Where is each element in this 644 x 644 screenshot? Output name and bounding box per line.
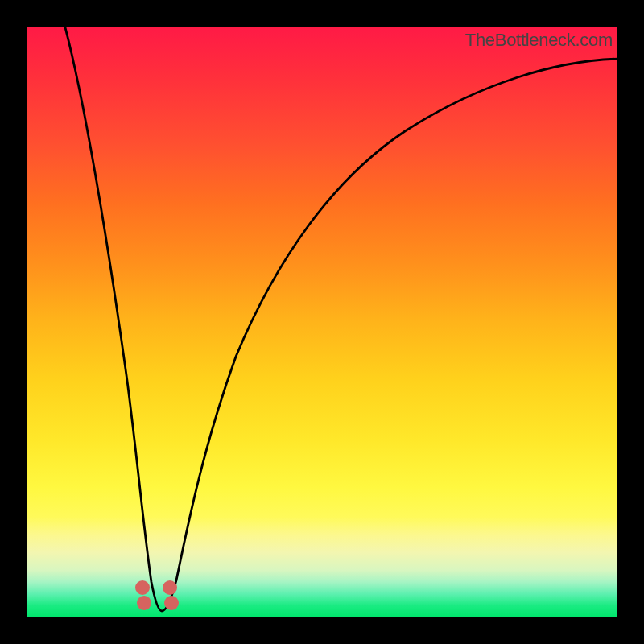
plot-area: TheBottleneck.com bbox=[27, 27, 617, 617]
curve-path bbox=[63, 27, 617, 611]
attribution-text: TheBottleneck.com bbox=[465, 30, 613, 51]
marker-dot bbox=[137, 596, 151, 610]
marker-dot bbox=[164, 596, 179, 610]
marker-dot bbox=[163, 580, 177, 595]
chart-frame: TheBottleneck.com bbox=[0, 0, 644, 644]
marker-dot bbox=[135, 580, 150, 595]
bottleneck-curve bbox=[27, 27, 617, 617]
